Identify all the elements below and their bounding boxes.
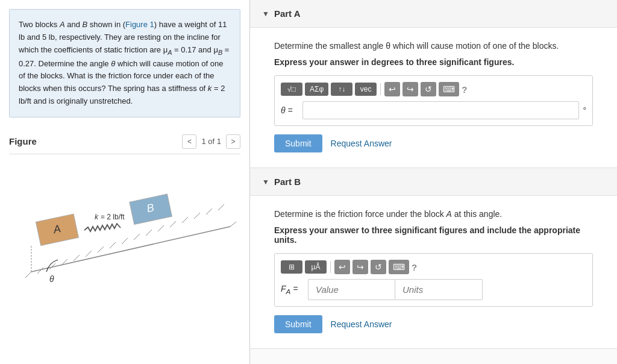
part-a-collapse-icon: ▼ bbox=[262, 10, 269, 18]
part-b-toolbar-sep1 bbox=[330, 261, 331, 273]
svg-line-10 bbox=[134, 234, 140, 240]
part-a-theta-label: θ = bbox=[281, 105, 299, 115]
part-a-undo-btn[interactable]: ↩ bbox=[384, 82, 400, 96]
svg-line-9 bbox=[122, 238, 128, 244]
svg-line-12 bbox=[158, 225, 164, 231]
figure-image: A B k = 2 lb/ft θ bbox=[9, 160, 240, 293]
part-a-label: Part A bbox=[274, 8, 301, 19]
part-a-content: Determine the smallest angle θ which wil… bbox=[250, 28, 617, 168]
svg-line-5 bbox=[74, 255, 80, 261]
part-a-header[interactable]: ▼ Part A bbox=[250, 0, 617, 28]
part-a-reset-btn[interactable]: ↺ bbox=[421, 82, 436, 96]
svg-line-6 bbox=[86, 251, 92, 257]
figure-nav-count: 1 of 1 bbox=[201, 137, 221, 146]
figure-next-button[interactable]: > bbox=[226, 134, 240, 149]
svg-text:θ: θ bbox=[49, 274, 54, 284]
svg-line-18 bbox=[230, 222, 236, 227]
part-b-label: Part B bbox=[274, 177, 301, 187]
figure-nav: < 1 of 1 > bbox=[182, 134, 240, 149]
part-a-input-row: θ = ° bbox=[281, 101, 586, 119]
svg-text:= 2 lb/ft: = 2 lb/ft bbox=[101, 213, 125, 221]
part-b-section: ▼ Part B Determine is the friction force… bbox=[250, 168, 617, 349]
part-b-undo-btn[interactable]: ↩ bbox=[334, 260, 350, 274]
part-b-header[interactable]: ▼ Part B bbox=[250, 168, 617, 196]
figure-diagram: A B k = 2 lb/ft θ bbox=[13, 166, 236, 287]
part-a-toolbar: √□ AΣφ ↑↓ vec ↩ ↪ ↺ ⌨ ? bbox=[281, 82, 586, 96]
problem-text: Two blocks A and B shown in (Figure 1) h… bbox=[9, 9, 240, 118]
figure-header: Figure < 1 of 1 > bbox=[9, 130, 240, 154]
part-b-instruction: Express your answer to three significant… bbox=[274, 225, 593, 245]
part-a-sqrt-btn[interactable]: √□ bbox=[281, 83, 302, 96]
part-a-question: Determine the smallest angle θ which wil… bbox=[274, 40, 593, 52]
part-b-help-btn[interactable]: ? bbox=[412, 262, 417, 272]
part-a-sigma-btn[interactable]: AΣφ bbox=[305, 83, 328, 96]
svg-text:k: k bbox=[95, 213, 99, 221]
svg-line-16 bbox=[206, 209, 212, 215]
part-b-fa-label: FA = bbox=[281, 284, 308, 295]
part-a-keyboard-btn[interactable]: ⌨ bbox=[439, 82, 459, 96]
part-b-actions: Submit Request Answer bbox=[274, 315, 593, 333]
part-b-grid-btn[interactable]: ⊞ bbox=[281, 260, 302, 274]
part-b-units-input[interactable] bbox=[395, 279, 483, 300]
left-panel: Two blocks A and B shown in (Figure 1) h… bbox=[0, 0, 250, 364]
figure-link[interactable]: Figure 1 bbox=[125, 20, 154, 29]
part-a-section: ▼ Part A Determine the smallest angle θ … bbox=[250, 0, 617, 168]
part-a-answer-input[interactable] bbox=[302, 101, 579, 119]
part-b-input-row: FA = bbox=[281, 279, 586, 300]
part-b-math-container: ⊞ μÅ ↩ ↪ ↺ ⌨ ? FA = bbox=[274, 253, 593, 307]
part-a-unit-label: ° bbox=[583, 105, 586, 115]
part-a-instruction: Express your answer in degrees to three … bbox=[274, 57, 593, 67]
part-a-toolbar-sep1 bbox=[380, 83, 381, 95]
part-b-request-answer-button[interactable]: Request Answer bbox=[331, 319, 392, 329]
figure-section: Figure < 1 of 1 > bbox=[0, 130, 249, 293]
part-a-actions: Submit Request Answer bbox=[274, 134, 593, 152]
svg-line-17 bbox=[218, 204, 224, 210]
part-a-request-answer-button[interactable]: Request Answer bbox=[331, 139, 392, 148]
svg-line-1 bbox=[25, 272, 31, 278]
part-a-updown-btn[interactable]: ↑↓ bbox=[331, 83, 352, 96]
svg-line-15 bbox=[194, 213, 200, 219]
svg-line-13 bbox=[170, 221, 176, 227]
figure-title: Figure bbox=[9, 136, 37, 146]
part-a-math-container: √□ AΣφ ↑↓ vec ↩ ↪ ↺ ⌨ ? bbox=[274, 75, 593, 126]
svg-line-7 bbox=[98, 246, 104, 253]
part-b-reset-btn[interactable]: ↺ bbox=[371, 260, 386, 274]
part-b-redo-btn[interactable]: ↪ bbox=[352, 260, 368, 274]
part-a-help-btn[interactable]: ? bbox=[462, 84, 467, 95]
part-b-mu-btn[interactable]: μÅ bbox=[305, 260, 327, 274]
part-b-toolbar: ⊞ μÅ ↩ ↪ ↺ ⌨ ? bbox=[281, 260, 586, 274]
part-b-keyboard-btn[interactable]: ⌨ bbox=[389, 260, 409, 274]
part-b-question: Determine is the friction force under th… bbox=[274, 208, 593, 221]
part-b-submit-button[interactable]: Submit bbox=[274, 315, 322, 333]
part-a-vec-btn[interactable]: vec bbox=[355, 83, 377, 96]
part-a-redo-btn[interactable]: ↪ bbox=[402, 82, 418, 96]
right-panel: ▼ Part A Determine the smallest angle θ … bbox=[250, 0, 617, 364]
part-b-value-input[interactable] bbox=[308, 279, 395, 300]
figure-prev-button[interactable]: < bbox=[182, 134, 196, 149]
svg-line-11 bbox=[146, 230, 152, 236]
part-b-collapse-icon: ▼ bbox=[262, 178, 269, 186]
part-b-content: Determine is the friction force under th… bbox=[250, 196, 617, 348]
part-a-submit-button[interactable]: Submit bbox=[274, 134, 322, 152]
svg-line-8 bbox=[110, 242, 116, 248]
svg-line-14 bbox=[182, 217, 188, 223]
